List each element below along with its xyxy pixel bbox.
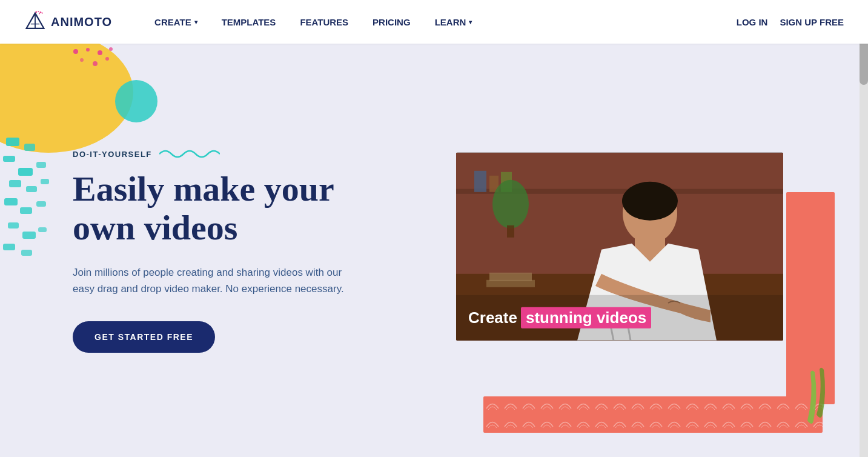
logo-icon bbox=[24, 11, 46, 33]
image-caption-bar: Create stunning videos bbox=[456, 295, 783, 341]
logo[interactable]: ANIMOTO bbox=[24, 11, 112, 33]
svg-rect-15 bbox=[6, 138, 19, 146]
svg-rect-31 bbox=[483, 396, 823, 433]
svg-rect-34 bbox=[474, 171, 486, 192]
get-started-button[interactable]: GET STARTED FREE bbox=[73, 321, 215, 353]
hero-label: DO-IT-YOURSELF bbox=[73, 148, 363, 160]
svg-point-43 bbox=[492, 180, 529, 228]
svg-rect-28 bbox=[38, 227, 47, 232]
svg-point-3 bbox=[35, 11, 37, 13]
svg-rect-17 bbox=[3, 156, 15, 162]
deco-green-brush-icon bbox=[801, 360, 838, 433]
nav-create[interactable]: CREATE ▾ bbox=[142, 0, 210, 44]
svg-rect-26 bbox=[8, 222, 19, 228]
wavy-line-icon bbox=[159, 148, 220, 160]
hero-image-area: Create stunning videos bbox=[456, 153, 783, 341]
hero-image-bg: Create stunning videos bbox=[456, 153, 783, 341]
svg-rect-44 bbox=[507, 225, 514, 238]
svg-point-6 bbox=[39, 13, 40, 15]
hero-image-frame: Create stunning videos bbox=[456, 153, 783, 341]
svg-rect-21 bbox=[26, 186, 37, 192]
svg-point-39 bbox=[622, 182, 678, 221]
svg-point-9 bbox=[86, 48, 90, 52]
signup-link[interactable]: SIGN UP FREE bbox=[780, 17, 844, 27]
navigation: ANIMOTO CREATE ▾ TEMPLATES FEATURES PRIC… bbox=[0, 0, 868, 44]
svg-point-13 bbox=[93, 61, 98, 66]
deco-coral-bottom bbox=[483, 396, 823, 433]
svg-point-10 bbox=[98, 50, 102, 55]
deco-teal-circle bbox=[115, 80, 157, 122]
svg-rect-24 bbox=[20, 207, 32, 214]
nav-features[interactable]: FEATURES bbox=[288, 0, 360, 44]
svg-rect-29 bbox=[3, 244, 15, 250]
nav-templates[interactable]: TEMPLATES bbox=[210, 0, 288, 44]
logo-text: ANIMOTO bbox=[51, 15, 112, 29]
svg-point-7 bbox=[42, 13, 43, 14]
deco-teal-dashes bbox=[3, 138, 64, 259]
nav-pricing[interactable]: PRICING bbox=[360, 0, 423, 44]
svg-point-4 bbox=[38, 11, 39, 12]
svg-rect-30 bbox=[21, 250, 32, 256]
svg-rect-23 bbox=[4, 198, 18, 205]
caption-highlight: stunning videos bbox=[521, 307, 651, 329]
svg-rect-20 bbox=[9, 180, 21, 187]
nav-learn[interactable]: LEARN ▾ bbox=[423, 0, 485, 44]
hero-title: Easily make your own videos bbox=[73, 170, 363, 247]
svg-rect-42 bbox=[489, 273, 532, 281]
svg-point-12 bbox=[80, 58, 84, 62]
svg-rect-16 bbox=[24, 144, 35, 151]
svg-point-8 bbox=[73, 49, 78, 54]
deco-pink-dots bbox=[70, 47, 118, 83]
svg-rect-19 bbox=[36, 162, 46, 168]
svg-rect-22 bbox=[41, 179, 49, 184]
login-link[interactable]: LOG IN bbox=[737, 17, 768, 27]
svg-rect-25 bbox=[36, 201, 46, 207]
nav-right-links: LOG IN SIGN UP FREE bbox=[737, 17, 844, 27]
svg-point-14 bbox=[105, 57, 109, 61]
image-caption: Create stunning videos bbox=[468, 307, 771, 329]
svg-point-5 bbox=[40, 12, 42, 13]
svg-point-11 bbox=[109, 47, 113, 51]
nav-links: CREATE ▾ TEMPLATES FEATURES PRICING LEAR… bbox=[142, 0, 737, 44]
hero-section: DO-IT-YOURSELF Easily make your own vide… bbox=[0, 44, 868, 457]
hero-subtitle: Join millions of people creating and sha… bbox=[73, 264, 363, 297]
svg-rect-27 bbox=[22, 232, 36, 239]
svg-rect-18 bbox=[18, 168, 33, 176]
scrollbar-track[interactable] bbox=[860, 0, 868, 457]
hero-content: DO-IT-YOURSELF Easily make your own vide… bbox=[73, 148, 363, 353]
learn-dropdown-icon: ▾ bbox=[469, 19, 472, 25]
create-dropdown-icon: ▾ bbox=[194, 19, 197, 25]
